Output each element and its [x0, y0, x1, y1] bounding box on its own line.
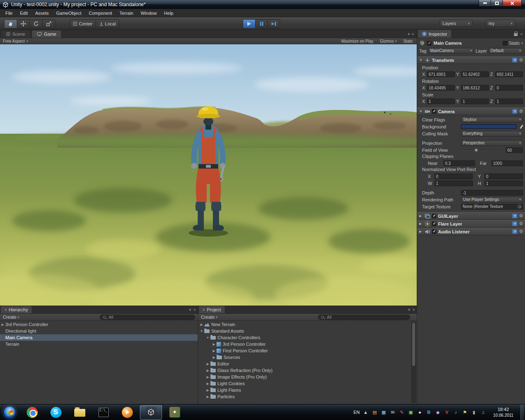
space-local-button[interactable]: Local	[96, 19, 119, 28]
foldout-icon[interactable]: ▶	[419, 222, 423, 226]
panel-menu-icon[interactable]: ≡	[520, 32, 523, 36]
taskbar-media-player-button[interactable]	[116, 405, 138, 420]
maximize-on-play-button[interactable]: Maximize on Play	[341, 39, 373, 43]
viewport-w-field[interactable]: 1	[434, 180, 473, 186]
tray-icon[interactable]: ✎	[399, 410, 405, 415]
project-item-editor[interactable]: ▶ Editor	[198, 361, 417, 367]
flare-layer-component-header[interactable]: ▶ Flare Layer ? ⚙	[417, 220, 525, 228]
clear-flags-dropdown[interactable]: Skybox ▾	[461, 117, 523, 123]
project-item-3rd-person-controller[interactable]: ▶ 3rd Person Controller	[198, 341, 417, 347]
panel-menu-icon[interactable]: ≡	[194, 308, 196, 312]
foldout-icon[interactable]: ▼	[205, 336, 210, 340]
project-item-glass-refraction[interactable]: ▶ Glass Refraction (Pro Only)	[198, 367, 417, 374]
layout-dropdown[interactable]: my ▾	[486, 20, 515, 27]
tray-icon[interactable]: V	[444, 410, 450, 415]
help-icon[interactable]: ?	[512, 229, 517, 234]
background-color-swatch[interactable]	[461, 124, 516, 129]
start-button[interactable]	[3, 406, 16, 419]
gear-icon[interactable]: ⚙	[519, 109, 523, 114]
project-search-input[interactable]: All	[318, 315, 410, 320]
position-y-field[interactable]: 51.62402	[461, 71, 489, 77]
taskbar-browser-button[interactable]	[21, 405, 43, 420]
project-item-sources[interactable]: ▶ Sources	[198, 354, 417, 361]
project-item-light-cookies[interactable]: ▶ Light Cookies	[198, 380, 417, 387]
flare-layer-enabled-checkbox[interactable]	[432, 221, 436, 226]
project-item-standard-assets[interactable]: ▼ Standard Assets	[198, 328, 417, 334]
menu-component[interactable]: Component	[85, 10, 116, 16]
gear-icon[interactable]: ⚙	[519, 229, 523, 234]
taskbar-explorer-button[interactable]	[68, 405, 91, 420]
tray-icon[interactable]: ◆	[435, 410, 441, 415]
pan-tool-button[interactable]	[4, 19, 17, 28]
tab-inspector[interactable]: i Inspector	[418, 30, 451, 38]
foldout-icon[interactable]: ▶	[211, 349, 217, 353]
menu-gameobject[interactable]: GameObject	[52, 10, 85, 16]
menu-terrain[interactable]: Terrain	[116, 10, 137, 16]
position-x-field[interactable]: 671.6901	[427, 71, 455, 77]
static-checkbox[interactable]	[503, 41, 507, 46]
tray-show-hidden-icon[interactable]: ▲	[363, 410, 369, 415]
tray-icon[interactable]: ▮	[471, 410, 477, 415]
menu-assets[interactable]: Assets	[32, 10, 52, 16]
panel-dropdown-icon[interactable]: ▾	[189, 308, 191, 312]
minimize-button[interactable]	[479, 0, 491, 7]
help-icon[interactable]: ?	[512, 214, 517, 218]
foldout-icon[interactable]: ▶	[205, 362, 210, 366]
tray-icon[interactable]: ⚑	[462, 410, 468, 415]
target-texture-field[interactable]: None (Render Texture	[461, 204, 523, 210]
tray-icon[interactable]: ▦	[381, 410, 387, 415]
layer-dropdown[interactable]: Default ▾	[488, 48, 523, 54]
foldout-icon[interactable]: ▶	[205, 382, 210, 386]
taskbar-app-button[interactable]: ✦	[164, 405, 186, 420]
foldout-icon[interactable]: ▶	[211, 356, 217, 359]
static-toggle[interactable]: Static ▾	[503, 41, 523, 46]
project-item-particles[interactable]: ▶ Particles	[198, 393, 417, 400]
scale-y-field[interactable]: 1	[461, 98, 489, 104]
tray-icon[interactable]: ♫	[480, 410, 486, 415]
tray-icon[interactable]: ♪	[453, 410, 459, 415]
foldout-icon[interactable]: ▼	[419, 58, 423, 62]
menu-window[interactable]: Window	[137, 10, 160, 16]
tab-game[interactable]: Game	[32, 30, 62, 38]
viewport-y-field[interactable]: 0	[484, 173, 523, 179]
depth-field[interactable]: -1	[461, 190, 523, 196]
project-item-new-terrain[interactable]: ▶ New Terrain	[198, 321, 417, 328]
rotation-y-field[interactable]: 186.6312	[461, 85, 489, 91]
close-button[interactable]	[503, 0, 522, 7]
pivot-center-button[interactable]: Center	[70, 19, 96, 28]
rotation-z-field[interactable]: 0	[495, 85, 523, 91]
project-scrollbar[interactable]	[411, 322, 416, 403]
tray-icon[interactable]: ▤	[372, 410, 378, 415]
foldout-icon[interactable]: ▶	[205, 395, 210, 399]
tab-dropdown-icon[interactable]: ▾	[408, 32, 410, 36]
move-tool-button[interactable]	[17, 19, 30, 28]
hierarchy-item-main-camera[interactable]: Main Camera	[0, 334, 198, 341]
tab-hierarchy[interactable]: ≡ Hierarchy	[1, 306, 32, 313]
pause-button[interactable]	[255, 19, 268, 28]
tab-project[interactable]: ≡ Project	[199, 306, 225, 313]
stats-button[interactable]: Stats	[403, 39, 413, 43]
tag-dropdown[interactable]: MainCamera ▾	[428, 48, 474, 54]
foldout-icon[interactable]: ▶	[205, 369, 210, 372]
show-desktop-button[interactable]	[520, 404, 524, 420]
taskbar-unity-button[interactable]	[140, 405, 162, 420]
hierarchy-item-terrain[interactable]: Terrain	[0, 341, 198, 347]
play-button[interactable]	[243, 19, 256, 28]
rotate-tool-button[interactable]	[30, 19, 43, 28]
projection-dropdown[interactable]: Perspective ▾	[461, 140, 523, 146]
gizmos-dropdown[interactable]: Gizmos▾	[380, 39, 397, 43]
viewport-h-field[interactable]: 1	[484, 180, 523, 186]
taskbar-clock[interactable]: 18:42 10.06.2011	[489, 406, 518, 418]
foldout-icon[interactable]: ▼	[419, 110, 423, 113]
hierarchy-item-directional-light[interactable]: Directional light	[0, 328, 198, 334]
project-create-button[interactable]: Create ▾	[198, 315, 220, 320]
foldout-icon[interactable]: ▶	[419, 230, 423, 233]
far-field[interactable]: 1000	[491, 160, 523, 166]
taskbar-skype-button[interactable]: S	[45, 405, 67, 420]
project-item-light-flares[interactable]: ▶ Light Flares	[198, 387, 417, 393]
project-item-character-controllers[interactable]: ▼ Character Controllers	[198, 334, 417, 341]
scrollbar-thumb[interactable]	[412, 323, 415, 366]
menu-file[interactable]: File	[2, 10, 16, 16]
panel-dropdown-icon[interactable]: ▾	[408, 308, 410, 312]
scale-tool-button[interactable]	[42, 19, 55, 28]
